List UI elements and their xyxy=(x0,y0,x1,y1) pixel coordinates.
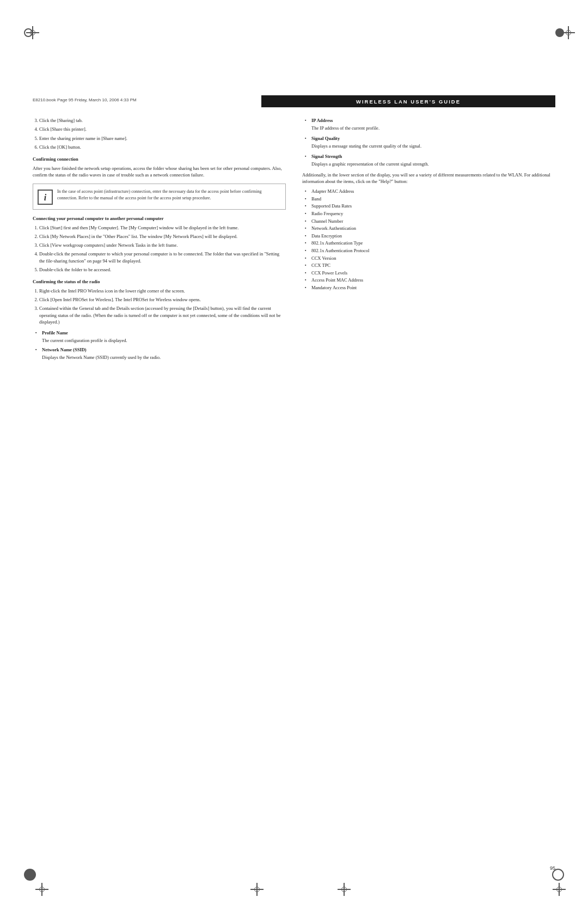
connecting-step-2: Click [My Network Places] in the "Other … xyxy=(39,233,286,240)
step-6: Click the [OK] button. xyxy=(39,144,286,150)
additionally-text: Additionally, in the lower section of th… xyxy=(302,172,555,185)
list-item-1: Band xyxy=(305,196,555,203)
corner-circle-tl xyxy=(24,28,33,37)
crosshair-bl xyxy=(35,883,48,896)
crosshair-bottom-mid-l xyxy=(250,883,264,896)
radio-step-1: Right-click the Intel PRO Wireless icon … xyxy=(39,288,286,294)
header-title: Wireless LAN User's Guide xyxy=(356,99,461,105)
header-bar: Wireless LAN User's Guide xyxy=(261,95,555,107)
list-item-2: Supported Data Rates xyxy=(305,203,555,210)
confirming-connection-text: After you have finished the network setu… xyxy=(33,165,286,179)
step-3: Click the [Sharing] tab. xyxy=(39,117,286,124)
list-item-0: Adapter MAC Address xyxy=(305,188,555,196)
list-item-7: 802.1x Authentication Type xyxy=(305,240,555,247)
connecting-step-5: Double-click the folder to be accessed. xyxy=(39,266,286,273)
profile-name-item: Profile Name The current configuration p… xyxy=(35,330,286,344)
radio-step-2: Click [Open Intel PROSet for Wireless]. … xyxy=(39,296,286,303)
step-4: Click [Share this printer]. xyxy=(39,126,286,132)
ip-section: IP Address The IP address of the current… xyxy=(305,117,555,132)
crosshair-bottom-mid-r xyxy=(338,883,351,896)
page-number: 95 xyxy=(550,865,555,871)
main-content: Click the [Sharing] tab. Click [Share th… xyxy=(33,117,555,844)
list-item-4: Channel Number xyxy=(305,218,555,225)
left-column: Click the [Sharing] tab. Click [Share th… xyxy=(33,117,286,844)
radio-steps: Right-click the Intel PRO Wireless icon … xyxy=(39,288,286,326)
steps-3-6: Click the [Sharing] tab. Click [Share th… xyxy=(39,117,286,150)
radio-step-3: Contained within the General tab and the… xyxy=(39,305,286,325)
info-box: i In the case of access point (infrastru… xyxy=(33,184,286,210)
crosshair-br xyxy=(553,883,566,896)
list-item-3: Radio Frequency xyxy=(305,210,555,218)
confirming-connection-heading: Confirming connection xyxy=(33,156,286,162)
list-item-8: 802.1x Authentication Protocol xyxy=(305,247,555,255)
list-item-11: CCX Power Levels xyxy=(305,270,555,277)
confirming-radio-heading: Confirming the status of the radio xyxy=(33,278,286,285)
connecting-step-3: Click [View workgroup computers] under N… xyxy=(39,242,286,248)
list-item-10: CCX TPC xyxy=(305,262,555,270)
file-info: E8210.book Page 95 Friday, March 10, 200… xyxy=(33,97,137,102)
right-column: IP Address The IP address of the current… xyxy=(302,117,555,844)
connecting-steps: Click [Start] first and then [My Compute… xyxy=(39,224,286,273)
ip-address-item: IP Address The IP address of the current… xyxy=(305,117,555,132)
list-item-9: CCX Version xyxy=(305,255,555,263)
corner-circle-bl xyxy=(24,869,36,881)
step-5: Enter the sharing printer name in [Share… xyxy=(39,135,286,142)
wlan-items-list: Adapter MAC Address Band Supported Data … xyxy=(305,188,555,291)
list-item-5: Network Authentication xyxy=(305,225,555,233)
list-item-12: Access Point MAC Address xyxy=(305,277,555,284)
signal-quality-item: Signal Quality Displays a message statin… xyxy=(305,135,555,150)
network-name-item: Network Name (SSID) Displays the Network… xyxy=(35,346,286,361)
signal-strength-item: Signal Strength Displays a graphic repre… xyxy=(305,153,555,168)
signal-strength-section: Signal Strength Displays a graphic repre… xyxy=(305,153,555,168)
signal-quality-section: Signal Quality Displays a message statin… xyxy=(305,135,555,150)
corner-circle-tr xyxy=(555,28,564,37)
page: E8210.book Page 95 Friday, March 10, 200… xyxy=(0,0,588,909)
connecting-step-1: Click [Start] first and then [My Compute… xyxy=(39,224,286,231)
profile-name-section: Profile Name The current configuration p… xyxy=(35,330,286,361)
info-icon: i xyxy=(38,190,53,205)
connecting-heading: Connecting your personal computer to ano… xyxy=(33,215,286,222)
connecting-step-4: Double-click the personal computer to wh… xyxy=(39,251,286,264)
list-item-6: Data Encryption xyxy=(305,233,555,240)
list-item-13: Mandatory Access Point xyxy=(305,284,555,292)
info-box-text: In the case of access point (infrastruct… xyxy=(57,188,281,205)
